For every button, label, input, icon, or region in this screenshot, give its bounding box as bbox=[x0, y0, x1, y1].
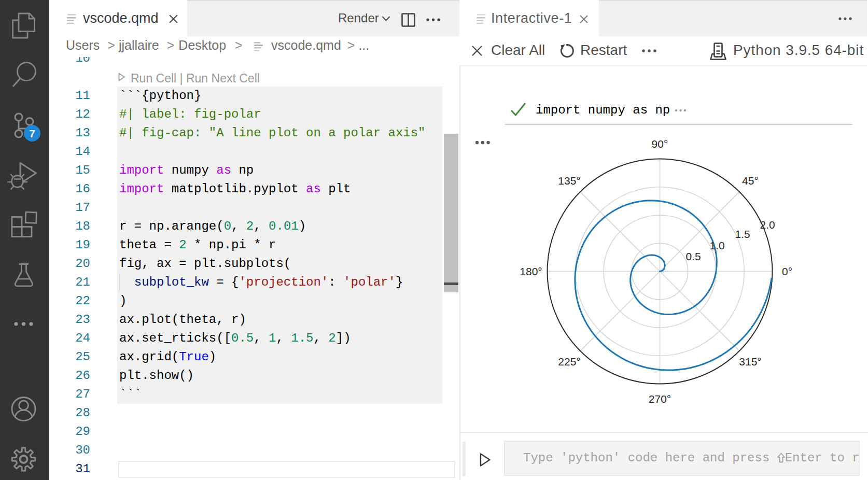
svg-text:7: 7 bbox=[29, 128, 35, 139]
svg-text:315°: 315° bbox=[739, 356, 761, 368]
svg-text:90°: 90° bbox=[652, 138, 668, 150]
svg-text:2.0: 2.0 bbox=[760, 219, 775, 231]
svg-text:270°: 270° bbox=[649, 393, 671, 405]
svg-text:1.0: 1.0 bbox=[709, 239, 724, 251]
svg-text:45°: 45° bbox=[742, 175, 759, 187]
svg-text:225°: 225° bbox=[558, 356, 580, 368]
svg-text:180°: 180° bbox=[520, 265, 542, 277]
svg-text:135°: 135° bbox=[558, 175, 580, 187]
svg-text:0°: 0° bbox=[782, 265, 792, 277]
svg-text:1.5: 1.5 bbox=[735, 228, 750, 240]
svg-text:0.5: 0.5 bbox=[685, 250, 701, 262]
